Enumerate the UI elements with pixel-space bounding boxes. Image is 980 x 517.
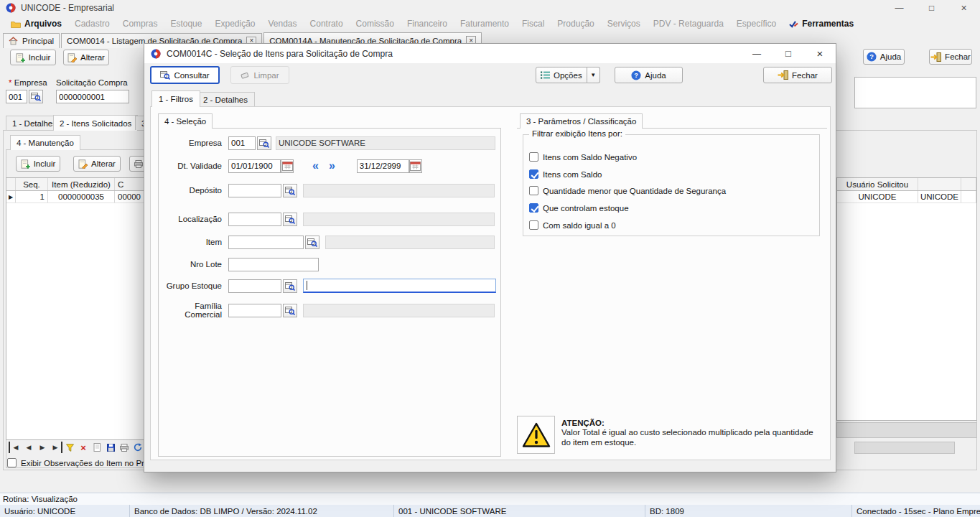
familia-comercial-lookup-icon[interactable] <box>283 304 297 317</box>
items-grid-right-row[interactable]: UNICODE UNICODE <box>837 191 976 203</box>
menu-expedicao[interactable]: Expedição <box>208 16 261 32</box>
tab-principal[interactable]: Principal <box>3 33 60 48</box>
calendar-icon[interactable] <box>409 159 422 173</box>
range-next-icon[interactable]: » <box>329 160 335 172</box>
window-titlebar: UNICODE - Empresarial — □ × <box>0 0 980 16</box>
nav-next-icon[interactable]: ▶ <box>36 442 49 453</box>
opcoes-button[interactable]: Opções <box>536 67 587 83</box>
dialog-titlebar: COM0014C - Seleção de Itens para Solicit… <box>144 44 836 63</box>
tab-manutencao[interactable]: 4 - Manutenção <box>10 135 80 150</box>
window-minimize-button[interactable]: — <box>883 0 915 16</box>
dialog-title: COM0014C - Seleção de Itens para Solicit… <box>167 49 393 59</box>
filter-quantidade-menor-seguranca[interactable]: Quantidade menor que Quantidade de Segur… <box>529 186 726 195</box>
menu-vendas[interactable]: Vendas <box>262 16 304 32</box>
dialog-minimize-button[interactable]: — <box>741 44 773 63</box>
dialog-close-button[interactable]: × <box>804 44 836 63</box>
col-right-extra[interactable] <box>918 178 961 190</box>
menu-fiscal[interactable]: Fiscal <box>515 16 551 32</box>
empresa-code-input[interactable] <box>228 136 256 150</box>
range-prev-icon[interactable]: « <box>312 160 319 172</box>
menu-producao[interactable]: Produção <box>551 16 600 32</box>
localizacao-code-input[interactable] <box>228 213 281 226</box>
menu-financeiro[interactable]: Financeiro <box>401 16 454 32</box>
filter-saldo-igual-zero[interactable]: Com saldo igual a 0 <box>529 220 616 230</box>
window-close-button[interactable]: × <box>948 0 980 16</box>
observacao-textbox[interactable] <box>854 77 976 108</box>
empresa-lookup-icon[interactable] <box>29 90 43 103</box>
grupo-estoque-row: Grupo Estoque <box>162 279 496 293</box>
deposito-lookup-icon[interactable] <box>283 184 297 197</box>
menu-cadastro[interactable]: Cadastro <box>68 16 116 32</box>
options-list-icon <box>541 71 550 79</box>
nav-first-icon[interactable]: ◀ <box>9 442 22 453</box>
nav-last-icon[interactable]: ▶ <box>50 442 62 453</box>
item-lookup-icon[interactable] <box>305 236 319 249</box>
menu-arquivos[interactable]: Arquivos <box>4 16 68 32</box>
grupo-estoque-lookup-icon[interactable] <box>283 279 297 293</box>
deposito-code-input[interactable] <box>228 184 281 197</box>
alterar-button[interactable]: Alterar <box>63 50 109 65</box>
deposito-desc-field <box>303 184 495 197</box>
filter-funnel-icon[interactable] <box>63 442 76 453</box>
item-code-input[interactable] <box>228 236 304 249</box>
dialog-maximize-button[interactable]: □ <box>773 44 804 63</box>
clear-filter-icon[interactable]: × <box>77 442 90 453</box>
menu-estoque[interactable]: Estoque <box>164 16 208 32</box>
menu-servicos[interactable]: Serviços <box>601 16 647 32</box>
refresh-icon[interactable] <box>131 442 144 453</box>
warning-block: ATENÇÃO: Valor Total é igual ao custo se… <box>561 419 818 448</box>
grupo-estoque-desc-field[interactable] <box>303 279 496 293</box>
tab-parametros-classificacao[interactable]: 3 - Parâmetros / Classificação <box>520 113 643 129</box>
limpar-button[interactable]: Limpar <box>230 66 289 84</box>
new-page-icon[interactable] <box>90 442 103 453</box>
record-navigator: ◀ ◀ ▶ ▶ × <box>9 442 144 453</box>
empresa-input[interactable] <box>6 90 27 103</box>
item-label: Item <box>162 238 228 246</box>
dialog-tab-detalhes[interactable]: 2 - Detalhes <box>196 92 255 107</box>
col-seq[interactable]: Seq. <box>16 178 48 190</box>
consultar-button[interactable]: Consultar <box>150 66 220 84</box>
exibir-observacoes-checkbox[interactable]: Exibir Observações do Item no Pre <box>7 458 149 467</box>
window-maximize-button[interactable]: □ <box>915 0 948 16</box>
opcoes-dropdown-icon[interactable]: ▼ <box>587 67 600 83</box>
calendar-glyph-icon <box>410 161 421 171</box>
sub-incluir-button[interactable]: Incluir <box>16 156 60 172</box>
dialog-fechar-button[interactable]: Fechar <box>763 67 832 83</box>
col-item-reduzido[interactable]: Item (Reduzido) <box>48 178 115 190</box>
sub-alterar-button[interactable]: Alterar <box>73 156 121 172</box>
dialog-ajuda-button[interactable]: Ajuda <box>615 67 683 83</box>
familia-comercial-code-input[interactable] <box>228 304 281 317</box>
empresa-lookup-icon[interactable] <box>257 136 271 150</box>
main-ajuda-button[interactable]: Ajuda <box>863 49 905 65</box>
col-usuario-solicitou[interactable]: Usuário Solicitou <box>837 178 918 190</box>
dt-inicio-input[interactable] <box>228 159 281 173</box>
print-icon[interactable] <box>118 442 131 453</box>
nav-prev-icon[interactable]: ◀ <box>22 442 35 453</box>
search-grid-icon <box>307 238 317 247</box>
menu-contrato[interactable]: Contrato <box>304 16 350 32</box>
solicitacao-compra-input[interactable] <box>56 90 129 103</box>
nro-lote-input[interactable] <box>228 258 319 271</box>
grupo-estoque-code-input[interactable] <box>228 279 281 293</box>
menu-pdv-retaguarda[interactable]: PDV - Retaguarda <box>647 16 730 32</box>
menu-especifico[interactable]: Específico <box>730 16 783 32</box>
calendar-icon[interactable] <box>281 159 294 173</box>
menu-faturamento[interactable]: Faturamento <box>454 16 515 32</box>
filter-que-controlam-estoque[interactable]: Que controlam estoque <box>529 203 629 213</box>
main-fechar-button[interactable]: Fechar <box>929 49 972 65</box>
menu-ferramentas[interactable]: Ferramentas <box>783 16 860 32</box>
filtros-page: 4 - Seleção Empresa UNICODE SOFTWARE Dt.… <box>150 106 831 460</box>
filter-itens-saldo-negativo[interactable]: Itens com Saldo Negativo <box>529 152 637 162</box>
save-disk-icon[interactable] <box>104 442 117 453</box>
localizacao-lookup-icon[interactable] <box>283 213 297 226</box>
tab-selecao[interactable]: 4 - Seleção <box>158 113 213 129</box>
filter-itens-com-saldo[interactable]: Itens com Saldo <box>529 169 602 179</box>
menu-compras[interactable]: Compras <box>116 16 164 32</box>
dialog-tab-filtros[interactable]: 1 - Filtros <box>151 90 200 107</box>
incluir-button[interactable]: Incluir <box>10 50 56 65</box>
menu-comissao[interactable]: Comissão <box>350 16 401 32</box>
row-marker-icon: ▶ <box>6 191 16 202</box>
dt-fim-input[interactable] <box>357 159 409 173</box>
help-icon <box>631 70 641 80</box>
tab-itens-solicitados[interactable]: 2 - Itens Solicitados <box>53 115 138 131</box>
